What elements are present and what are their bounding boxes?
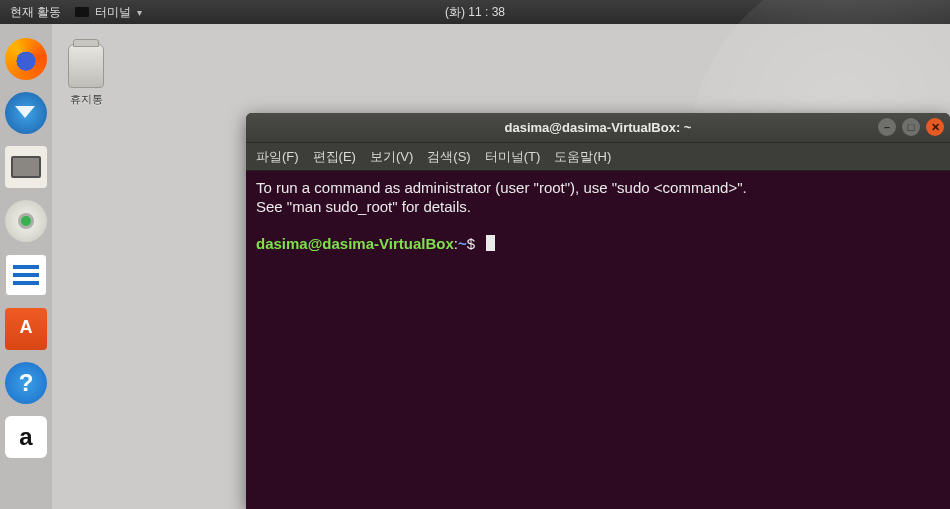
menu-edit[interactable]: 편집(E) [313,148,356,166]
window-controls: – □ ✕ [878,118,944,136]
terminal-app-icon [75,7,89,17]
launcher-amazon[interactable]: a [5,416,47,458]
launcher-libreoffice-writer[interactable] [5,254,47,296]
prompt-path: ~ [458,235,467,252]
close-button[interactable]: ✕ [926,118,944,136]
prompt-end: $ [467,235,475,252]
menu-terminal[interactable]: 터미널(T) [485,148,541,166]
launcher-thunderbird[interactable] [5,92,47,134]
minimize-button[interactable]: – [878,118,896,136]
terminal-cursor [486,235,495,251]
sudo-hint-line1: To run a command as administrator (user … [256,179,747,196]
menu-search[interactable]: 검색(S) [427,148,470,166]
menu-help[interactable]: 도움말(H) [554,148,611,166]
terminal-menubar: 파일(F) 편집(E) 보기(V) 검색(S) 터미널(T) 도움말(H) [246,143,950,171]
trash-icon [68,44,104,88]
menu-view[interactable]: 보기(V) [370,148,413,166]
window-title: dasima@dasima-VirtualBox: ~ [505,120,692,135]
launcher-ubuntu-software[interactable] [5,308,47,350]
prompt-user-host: dasima@dasima-VirtualBox [256,235,454,252]
chevron-down-icon: ▾ [137,7,142,18]
terminal-body[interactable]: To run a command as administrator (user … [246,171,950,509]
launcher-files[interactable] [5,146,47,188]
desktop-trash[interactable]: 휴지통 [56,44,116,107]
maximize-button[interactable]: □ [902,118,920,136]
launcher-dock: ? a [0,24,52,509]
app-menu-label: 터미널 [95,4,131,21]
activities-button[interactable]: 현재 활동 [10,4,61,21]
menu-file[interactable]: 파일(F) [256,148,299,166]
launcher-firefox[interactable] [5,38,47,80]
launcher-help[interactable]: ? [5,362,47,404]
terminal-window: dasima@dasima-VirtualBox: ~ – □ ✕ 파일(F) … [246,113,950,509]
clock[interactable]: (화) 11 : 38 [445,4,505,21]
app-menu[interactable]: 터미널 ▾ [75,4,142,21]
window-titlebar[interactable]: dasima@dasima-VirtualBox: ~ – □ ✕ [246,113,950,143]
sudo-hint-line2: See "man sudo_root" for details. [256,198,471,215]
trash-label: 휴지통 [56,92,116,107]
launcher-rhythmbox[interactable] [5,200,47,242]
